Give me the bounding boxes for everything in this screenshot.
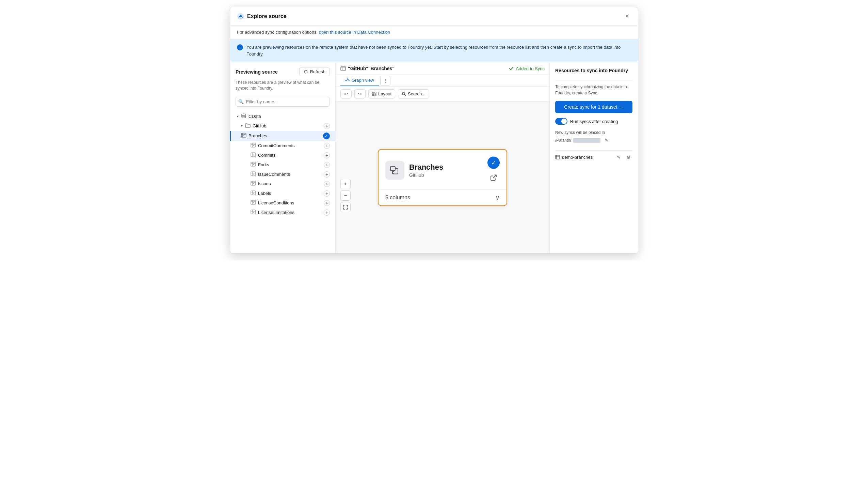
create-sync-button[interactable]: Create sync for 1 dataset → <box>555 101 632 113</box>
zoom-in-icon: + <box>344 181 347 187</box>
cdata-icon <box>241 113 246 120</box>
info-blue-banner: i You are previewing resources on the re… <box>230 39 638 62</box>
search-label: Search... <box>408 91 425 96</box>
placement-edit-button[interactable]: ✎ <box>602 137 610 143</box>
card-columns-text: 5 columns <box>385 194 410 200</box>
filter-search-icon: 🔍 <box>238 99 244 104</box>
redo-button[interactable]: ↪ <box>354 89 366 98</box>
commitcomments-icon <box>251 143 256 149</box>
dataset-table-icon <box>555 155 560 159</box>
tree-item-commits[interactable]: ▾ Commits + <box>230 151 335 160</box>
run-syncs-row: Run syncs after creating <box>555 118 632 125</box>
refresh-button[interactable]: Refresh <box>299 67 330 76</box>
cdata-arrow: ▾ <box>236 114 240 118</box>
issues-add-button[interactable]: + <box>324 181 330 187</box>
card-actions: ✓ <box>487 156 500 184</box>
card-text-area: Branches GitHub <box>409 163 443 178</box>
zoom-out-button[interactable]: − <box>340 190 351 201</box>
graph-canvas: Branches GitHub ✓ <box>336 102 549 253</box>
commits-icon <box>251 152 256 158</box>
commits-label: Commits <box>258 153 324 158</box>
github-folder-icon <box>245 123 251 129</box>
dataset-row: demo-branches ✎ ⊖ <box>555 154 632 160</box>
undo-button[interactable]: ↩ <box>340 89 352 98</box>
graph-view-icon <box>345 78 350 83</box>
fit-icon <box>343 205 348 210</box>
dataset-edit-button[interactable]: ✎ <box>615 154 623 160</box>
issuecomments-add-button[interactable]: + <box>324 171 330 178</box>
licenselimitations-label: LicenseLimitations <box>258 210 324 215</box>
divider-2 <box>555 150 632 151</box>
svg-point-13 <box>345 80 347 81</box>
layout-button[interactable]: Layout <box>368 89 395 98</box>
issues-icon <box>251 181 256 187</box>
tree-item-forks[interactable]: ▾ Forks + <box>230 160 335 170</box>
table-breadcrumb-icon <box>340 66 346 71</box>
card-check-mark[interactable]: ✓ <box>487 156 500 169</box>
right-panel-desc: To complete synchronizing the data into … <box>555 84 632 96</box>
svg-rect-18 <box>372 94 374 96</box>
tree-item-labels[interactable]: ▾ Labels + <box>230 189 335 198</box>
licenseconditions-add-button[interactable]: + <box>324 200 330 206</box>
commitcomments-add-button[interactable]: + <box>324 143 330 149</box>
card-link-icon[interactable] <box>487 171 500 184</box>
tab-graph-view[interactable]: Graph view <box>340 75 379 86</box>
content-area: "GitHub""Branches" Added to Sync <box>336 62 549 253</box>
search-icon <box>402 92 406 96</box>
graph-toolbar: ↩ ↪ Layout <box>336 87 549 102</box>
content-toolbar: "GitHub""Branches" Added to Sync <box>336 62 549 75</box>
dataset-remove-button[interactable]: ⊖ <box>625 154 632 160</box>
tab-bar: Graph view ⋮ <box>336 75 549 87</box>
card-icon-title: Branches GitHub <box>385 160 443 180</box>
cdata-label: CData <box>248 114 330 119</box>
sidebar: Previewing source Refresh These resource… <box>230 62 336 253</box>
tab-chevron-button[interactable]: ⋮ <box>380 76 390 86</box>
forks-add-button[interactable]: + <box>324 162 330 168</box>
breadcrumb-area: "GitHub""Branches" <box>340 66 395 71</box>
placement-path-text: /Palantir/ <box>555 137 571 143</box>
zoom-controls: + − <box>340 179 351 212</box>
issues-label: Issues <box>258 181 324 186</box>
tree-item-licenseconditions[interactable]: ▾ LicenseConditions + <box>230 198 335 208</box>
right-panel: Resources to sync into Foundry To comple… <box>549 62 638 253</box>
tree-area: ▾ CData ▾ GitHub + ▾ <box>230 110 335 253</box>
zoom-out-icon: − <box>344 192 347 199</box>
modal-header-left: Explore source <box>237 13 287 20</box>
tree-item-github[interactable]: ▾ GitHub + <box>230 121 335 131</box>
github-add-button[interactable]: + <box>324 123 330 129</box>
svg-point-14 <box>347 78 348 79</box>
data-connection-link[interactable]: open this source in Data Connection <box>319 30 390 35</box>
zoom-fit-button[interactable] <box>340 202 351 212</box>
svg-point-15 <box>349 80 350 81</box>
zoom-in-button[interactable]: + <box>340 179 351 189</box>
run-syncs-label: Run syncs after creating <box>570 119 618 124</box>
run-syncs-toggle[interactable] <box>555 118 567 125</box>
tree-item-branches[interactable]: ▾ Branches ✓ <box>230 131 335 141</box>
search-button[interactable]: Search... <box>398 89 429 98</box>
checkmark-icon <box>509 66 514 71</box>
breadcrumb-label: "GitHub""Branches" <box>348 66 395 71</box>
issuecomments-label: IssueComments <box>258 172 324 177</box>
github-label: GitHub <box>253 123 324 128</box>
placement-path: /Palantir/ ✎ <box>555 137 632 143</box>
github-arrow: ▾ <box>240 124 244 128</box>
tree-item-commitcomments[interactable]: ▾ CommitComments + <box>230 141 335 151</box>
branches-card[interactable]: Branches GitHub ✓ <box>378 149 507 206</box>
sidebar-header: Previewing source Refresh <box>230 62 335 80</box>
tree-item-cdata[interactable]: ▾ CData <box>230 111 335 121</box>
commits-add-button[interactable]: + <box>324 152 330 158</box>
licenselimitations-add-button[interactable]: + <box>324 210 330 216</box>
toggle-knob <box>561 119 567 124</box>
right-panel-title: Resources to sync into Foundry <box>555 68 632 73</box>
card-bottom[interactable]: 5 columns ∨ <box>379 189 507 205</box>
tree-item-licenselimitations[interactable]: ▾ LicenseLimitations + <box>230 208 335 217</box>
modal-close-button[interactable]: × <box>623 12 631 20</box>
licenseconditions-label: LicenseConditions <box>258 200 324 205</box>
labels-add-button[interactable]: + <box>324 190 330 197</box>
tree-item-issues[interactable]: ▾ Issues + <box>230 179 335 189</box>
filter-input[interactable] <box>236 97 330 107</box>
tree-item-issuecomments[interactable]: ▾ IssueComments + <box>230 170 335 179</box>
svg-rect-22 <box>556 155 560 159</box>
layout-label: Layout <box>378 91 391 96</box>
forks-label: Forks <box>258 162 324 167</box>
